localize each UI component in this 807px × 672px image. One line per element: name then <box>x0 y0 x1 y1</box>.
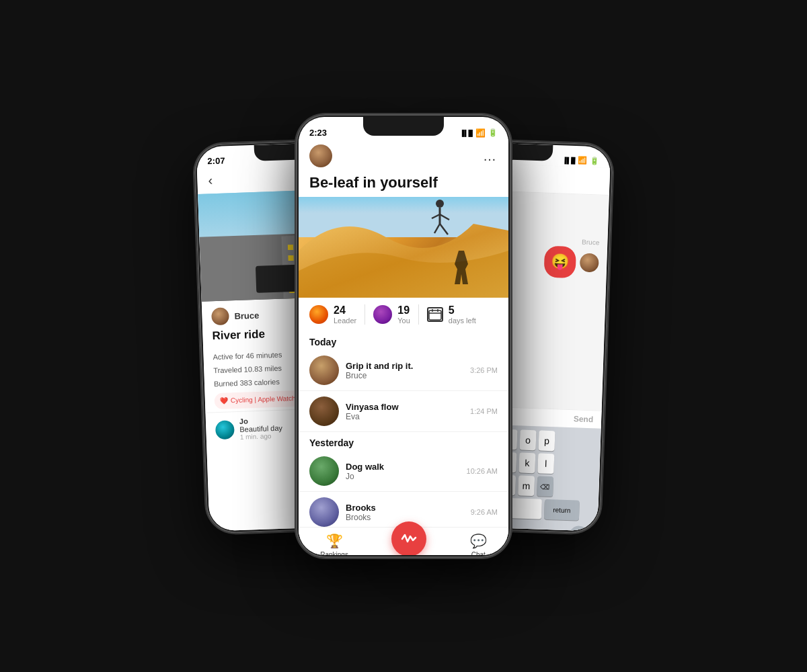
status-icons-right: ▐▌█ 📶 🔋 <box>562 155 600 165</box>
key-delete[interactable]: ⌫ <box>537 476 553 497</box>
battery-icon-center: 🔋 <box>488 128 498 137</box>
avatar-eva <box>309 396 339 426</box>
signal-icon-right: ▐▌█ <box>562 157 575 164</box>
comment-content: Jo Beautiful day 1 min. ago <box>239 416 283 441</box>
mic-button[interactable]: 🎤 <box>569 526 590 531</box>
avatar-jo <box>309 456 339 486</box>
fab-activity-button[interactable] <box>391 521 426 555</box>
wifi-icon-center: 📶 <box>475 128 486 138</box>
avatar-bruce-left <box>211 307 229 325</box>
avatar-jo <box>215 420 235 439</box>
days-stat: 5 days left <box>427 304 476 325</box>
stat-divider-2 <box>418 304 419 325</box>
activity-info-3: Dog walk Jo <box>346 462 460 481</box>
msg-sender-label: Bruce <box>582 238 599 246</box>
signal-icon-center: ▐▌█ <box>460 130 473 136</box>
stat-divider-1 <box>364 304 365 325</box>
activity-user-3: Jo <box>346 472 460 481</box>
challenge-hero-image <box>299 197 508 298</box>
activity-name-3: Dog walk <box>346 462 460 472</box>
dune-svg <box>299 197 508 298</box>
activity-time-4: 9:26 AM <box>471 508 498 516</box>
time-left: 2:07 <box>207 155 225 166</box>
hero-sand-dunes <box>299 197 508 298</box>
activity-user-4: Brooks <box>346 513 464 522</box>
activity-info-4: Brooks Brooks <box>346 503 464 522</box>
challenge-screen: … Be-leaf in yourself <box>299 139 508 555</box>
calendar-icon <box>427 307 443 322</box>
key-o[interactable]: o <box>519 429 536 450</box>
svg-point-1 <box>436 200 444 208</box>
leader-label: Leader <box>334 317 356 325</box>
avatar-center-header <box>309 144 332 167</box>
key-l[interactable]: l <box>537 453 554 474</box>
heart-icon: ❤️ <box>220 395 229 407</box>
challenge-header: … <box>299 139 508 171</box>
yesterday-section-title: Yesterday <box>299 432 508 451</box>
more-menu-button[interactable]: … <box>483 149 498 164</box>
days-number: 5 <box>449 304 476 317</box>
tab-chat[interactable]: 💬 Chat <box>470 533 487 555</box>
tab-bar-center: 🏆 Rankings 💬 Chat <box>299 527 508 555</box>
key-m[interactable]: m <box>518 475 535 496</box>
days-info: 5 days left <box>449 304 476 325</box>
activity-time-3: 10:26 AM <box>467 467 498 475</box>
msg-emoji-row: 😝 <box>543 245 599 279</box>
phones-container: 2:07 ▐▌█ 📶 🔋 ‹ <box>101 34 706 638</box>
rankings-label: Rankings <box>320 551 348 555</box>
challenge-title: Be-leaf in yourself <box>299 171 508 197</box>
activity-time-1: 3:26 PM <box>470 366 498 374</box>
activity-list-today: Grip it and rip it. Bruce 3:26 PM Vinyas… <box>299 350 508 527</box>
avatar-you <box>373 305 392 324</box>
today-section-title: Today <box>299 331 508 350</box>
activity-icon <box>401 531 417 547</box>
avatar-bruce-activity <box>309 355 339 385</box>
status-icons-center: ▐▌█ 📶 🔋 <box>460 128 498 138</box>
activity-badge: ❤️ Cycling | Apple Watch <box>215 390 301 409</box>
avatar-leader <box>309 305 328 324</box>
svg-rect-7 <box>429 310 441 320</box>
you-number: 19 <box>397 304 410 317</box>
you-stat: 19 You <box>373 304 410 325</box>
phone-center: 2:23 ▐▌█ 📶 🔋 … Be-leaf in yourself <box>296 114 511 558</box>
badge-text: Cycling | Apple Watch <box>231 392 296 407</box>
you-label: You <box>397 317 410 325</box>
activity-time-2: 1:24 PM <box>470 407 498 415</box>
phone-center-inner: 2:23 ▐▌█ 📶 🔋 … Be-leaf in yourself <box>299 117 508 555</box>
activity-user-2: Eva <box>346 412 463 421</box>
activity-info-1: Grip it and rip it. Bruce <box>346 361 463 380</box>
notch-center <box>363 117 444 136</box>
activity-item-2[interactable]: Vinyasa flow Eva 1:24 PM <box>299 391 508 432</box>
msg-bruce-wrapper: Bruce 😝 <box>543 237 599 279</box>
key-return[interactable]: return <box>544 499 580 521</box>
activity-name-4: Brooks <box>346 503 464 513</box>
stats-row: 24 Leader 19 You <box>299 298 508 331</box>
avatar-brooks <box>309 497 339 527</box>
send-button[interactable]: Send <box>574 414 594 424</box>
comment-time: 1 min. ago <box>240 432 283 441</box>
activity-name-1: Grip it and rip it. <box>346 361 463 371</box>
key-k[interactable]: k <box>518 452 535 473</box>
avatar-bruce-chat <box>580 253 599 273</box>
time-center: 2:23 <box>309 128 327 138</box>
commenter-name: Jo <box>239 417 248 425</box>
chat-label: Chat <box>471 551 486 555</box>
leader-stat: 24 Leader <box>309 304 356 325</box>
days-label: days left <box>449 317 476 325</box>
tab-rankings[interactable]: 🏆 Rankings <box>320 533 348 555</box>
key-p[interactable]: p <box>538 430 555 451</box>
activity-item-3[interactable]: Dog walk Jo 10:26 AM <box>299 451 508 492</box>
leader-info: 24 Leader <box>334 304 356 325</box>
activity-info-2: Vinyasa flow Eva <box>346 402 463 421</box>
activity-user-1: Bruce <box>346 371 463 380</box>
user-name-left: Bruce <box>234 310 259 321</box>
leader-number: 24 <box>334 304 356 317</box>
activity-item-1[interactable]: Grip it and rip it. Bruce 3:26 PM <box>299 350 508 391</box>
msg-emoji-bubble: 😝 <box>543 245 576 278</box>
chat-icon: 💬 <box>470 533 487 549</box>
battery-icon-right: 🔋 <box>590 157 599 165</box>
rankings-icon: 🏆 <box>326 533 343 549</box>
you-info: 19 You <box>397 304 410 325</box>
activity-name-2: Vinyasa flow <box>346 402 463 412</box>
wifi-icon-right: 📶 <box>578 156 587 165</box>
